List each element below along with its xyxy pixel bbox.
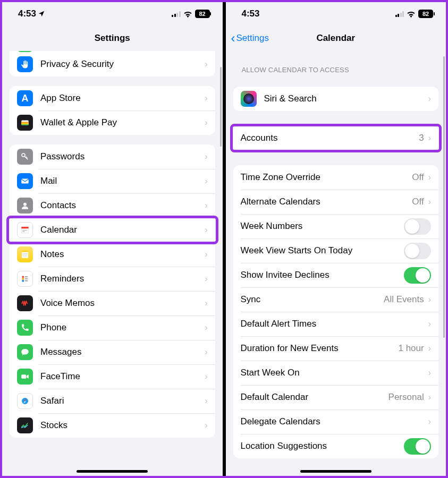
calendar-default[interactable]: Default CalendarPersonal› [233,385,439,409]
svg-point-22 [22,280,24,282]
row-label: Messages [40,347,205,357]
page-title: Settings [95,33,130,44]
battery-icon: 82 [418,10,433,18]
row-label: Week Numbers [241,221,404,232]
wifi-icon [407,11,416,18]
row-label: Time Zone Override [241,172,412,183]
settings-voicememos[interactable]: Voice Memos› [10,291,215,315]
safari-icon [17,393,33,409]
row-label: Wallet & Apple Pay [40,117,205,128]
toggle[interactable] [404,243,431,259]
calendar-sync[interactable]: SyncAll Events› [233,287,439,312]
scrollbar[interactable] [443,56,445,338]
cal-icon [17,222,33,238]
home-indicator[interactable] [300,470,371,473]
row-label: FaceTime [40,371,205,382]
settings-privacy[interactable]: Privacy & Security› [10,52,215,76]
signal-icon [395,11,404,17]
mail-icon [17,173,33,189]
calendar-declines[interactable]: Show Invitee Declines [233,263,439,287]
settings-stocks[interactable]: Stocks› [10,413,215,438]
calendar-startweek[interactable]: Start Week On› [233,361,439,385]
row-label: Default Calendar [241,392,388,403]
row-label: Delegate Calendars [241,416,428,427]
chevron-right-icon: › [428,94,431,104]
svg-rect-15 [22,251,28,252]
svg-rect-3 [21,124,29,125]
row-label: Show Invitee Declines [241,270,404,280]
settings-reminders[interactable]: Reminders› [10,267,215,291]
svg-rect-1 [21,122,29,123]
chevron-right-icon: › [205,274,207,284]
notes-icon [17,246,33,262]
row-label: Siri & Search [264,93,428,104]
row-label: Accounts [241,133,419,143]
svg-point-20 [22,276,24,278]
svg-point-12 [26,230,27,231]
chevron-right-icon: › [205,176,207,186]
msg-icon [17,344,33,360]
chevron-right-icon: › [428,197,431,207]
chevron-right-icon: › [205,152,207,161]
svg-point-13 [23,231,24,232]
back-button[interactable]: ‹ Settings [231,32,269,45]
wallet-icon [17,115,33,131]
calendar-duration[interactable]: Duration for New Events1 hour› [233,336,439,361]
settings-facetime[interactable]: FaceTime› [10,364,215,389]
row-label: Voice Memos [40,298,205,309]
calendar-siri[interactable]: Siri & Search› [233,87,439,111]
row-detail: Personal [388,392,424,403]
calendar-group: Siri & Search› [233,87,439,111]
calendar-weeknumbers[interactable]: Week Numbers [233,214,439,238]
svg-point-14 [24,231,25,232]
svg-rect-5 [21,179,29,184]
calendar-accounts[interactable]: Accounts3› [233,126,439,150]
settings-passwords[interactable]: Passwords› [10,144,215,169]
row-label: Stocks [40,420,205,431]
svg-point-4 [22,153,25,157]
svg-rect-7 [21,227,29,229]
settings-safari[interactable]: Safari› [10,389,215,413]
status-bar-right: 4:53 82 [226,2,446,25]
toggle[interactable] [404,267,431,284]
svg-point-9 [23,230,24,231]
row-label: Default Alert Times [241,319,428,329]
settings-mail[interactable]: Mail› [10,169,215,193]
settings-messages[interactable]: Messages› [10,340,215,364]
settings-phone[interactable]: Phone› [10,315,215,340]
svg-point-10 [24,230,25,231]
row-detail: 1 hour [398,343,424,354]
settings-wallet[interactable]: Wallet & Apple Pay› [10,110,215,135]
signal-icon [172,11,181,17]
row-label: Sync [241,294,384,305]
calendar-alternate[interactable]: Alternate CalendarsOff› [233,190,439,214]
calendar-timezone[interactable]: Time Zone OverrideOff› [233,165,439,190]
calendar-weekview[interactable]: Week View Starts On Today [233,238,439,263]
row-detail: Off [412,197,424,207]
ft-icon [17,369,33,385]
page-title: Calendar [316,33,355,44]
app-icon [241,91,257,107]
chevron-right-icon: › [205,421,207,430]
scrollbar[interactable] [220,67,222,147]
calendar-group: Accounts3› [233,126,439,150]
toggle[interactable] [404,438,431,455]
settings-group: Passwords›Mail›Contacts›Calendar›Notes›R… [10,144,215,438]
row-detail: 3 [419,133,424,143]
home-indicator[interactable] [77,470,148,473]
settings-calendar[interactable]: Calendar› [10,218,215,242]
row-label: Safari [40,396,205,406]
calendar-alerts[interactable]: Default Alert Times› [233,312,439,336]
row-label: Calendar [40,225,205,235]
calendar-delegate[interactable]: Delegate Calendars› [233,409,439,434]
phone-icon [17,320,33,336]
row-label: Week View Starts On Today [241,245,404,256]
row-label: Notes [40,249,205,260]
chevron-right-icon: › [428,392,431,402]
row-label: Privacy & Security [40,59,205,70]
calendar-location[interactable]: Location Suggestions [233,434,439,458]
settings-appstore[interactable]: AApp Store› [10,86,215,110]
toggle[interactable] [404,218,431,235]
settings-contacts[interactable]: Contacts› [10,193,215,218]
settings-notes[interactable]: Notes› [10,242,215,267]
